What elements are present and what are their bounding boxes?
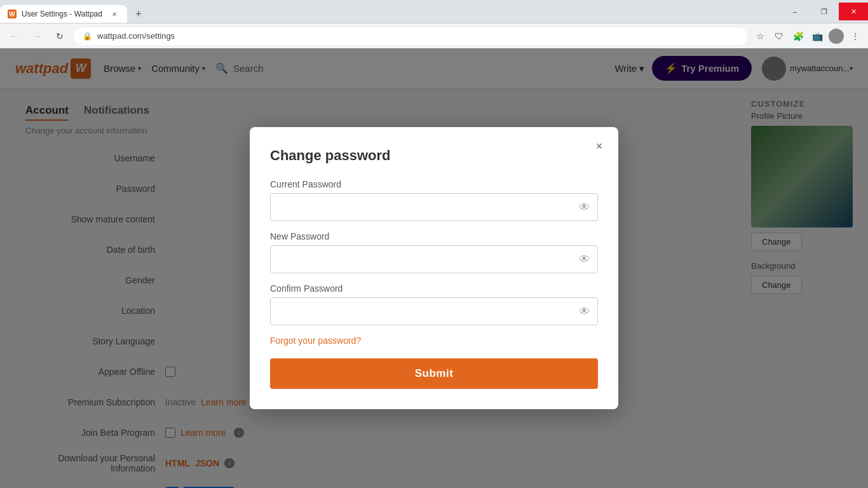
close-tab-button[interactable]: ✕ <box>109 9 119 19</box>
overlay: × Change password Current Password 👁 New… <box>0 48 868 488</box>
browser-tab[interactable]: W User Settings - Wattpad ✕ <box>0 5 127 23</box>
reload-button[interactable]: ↻ <box>51 27 69 45</box>
extensions-icon[interactable]: 🧩 <box>790 29 806 44</box>
new-password-wrapper: 👁 <box>270 245 598 273</box>
back-button[interactable]: ← <box>5 27 23 45</box>
modal-title: Change password <box>270 147 598 164</box>
confirm-password-group: Confirm Password 👁 <box>270 283 598 325</box>
cast-icon[interactable]: 📺 <box>810 29 825 44</box>
new-password-input[interactable] <box>270 245 598 273</box>
current-password-group: Current Password 👁 <box>270 179 598 221</box>
browser-profile[interactable] <box>829 29 844 44</box>
close-window-button[interactable]: ✕ <box>839 3 868 20</box>
change-password-modal: × Change password Current Password 👁 New… <box>250 127 618 409</box>
page: wattpad W Browse ▾ Community ▾ 🔍 Search … <box>0 48 868 488</box>
current-password-input[interactable] <box>270 193 598 221</box>
address-bar[interactable]: 🔒 wattpad.com/settings <box>74 27 747 45</box>
new-tab-button[interactable]: + <box>130 5 147 23</box>
current-password-wrapper: 👁 <box>270 193 598 221</box>
minimize-button[interactable]: – <box>780 3 810 20</box>
new-password-eye-icon[interactable]: 👁 <box>579 253 590 266</box>
tab-title: User Settings - Wattpad <box>22 10 104 18</box>
lock-icon: 🔒 <box>83 32 92 41</box>
current-password-label: Current Password <box>270 179 598 189</box>
modal-close-button[interactable]: × <box>590 137 608 155</box>
forgot-password-link[interactable]: Forgot your password? <box>270 336 598 346</box>
star-button[interactable]: ☆ <box>752 29 768 44</box>
shield-icon[interactable]: 🛡 <box>771 29 787 44</box>
browser-actions: ☆ 🛡 🧩 📺 ⋮ <box>752 29 863 44</box>
forward-button[interactable]: → <box>28 27 46 45</box>
confirm-password-label: Confirm Password <box>270 283 598 294</box>
confirm-password-eye-icon[interactable]: 👁 <box>579 305 590 318</box>
browser-controls: ← → ↻ 🔒 wattpad.com/settings ☆ 🛡 🧩 📺 ⋮ <box>0 23 868 48</box>
window-controls: – ❐ ✕ <box>780 3 868 20</box>
favicon: W <box>8 10 17 18</box>
browser-chrome: W User Settings - Wattpad ✕ + – ❐ ✕ ← → … <box>0 0 868 48</box>
confirm-password-input[interactable] <box>270 297 598 325</box>
submit-button[interactable]: Submit <box>270 358 598 389</box>
current-password-eye-icon[interactable]: 👁 <box>579 201 590 214</box>
url-text: wattpad.com/settings <box>97 31 738 41</box>
maximize-button[interactable]: ❐ <box>810 3 839 20</box>
menu-button[interactable]: ⋮ <box>848 29 863 44</box>
new-password-group: New Password 👁 <box>270 231 598 273</box>
confirm-password-wrapper: 👁 <box>270 297 598 325</box>
new-password-label: New Password <box>270 231 598 241</box>
